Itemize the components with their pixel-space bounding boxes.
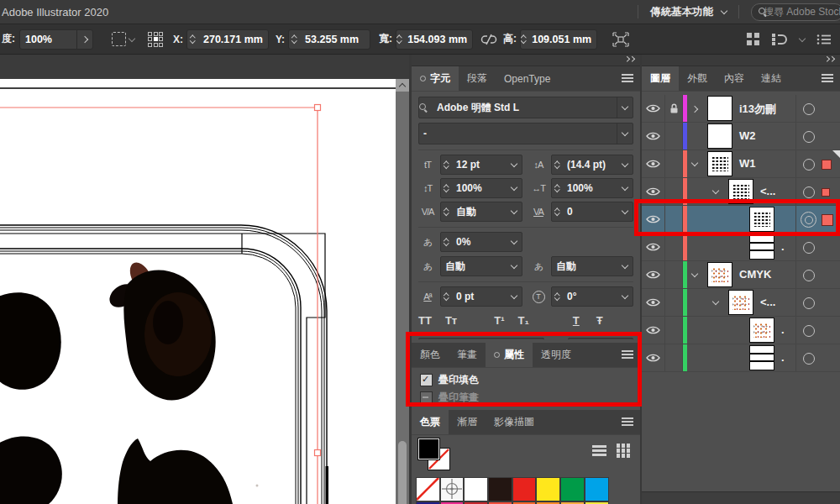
strikethrough-button[interactable]: Ŧ <box>596 314 603 327</box>
selection-indicator[interactable] <box>822 214 833 226</box>
collapse-layer-chevron-icon[interactable] <box>691 160 698 166</box>
horizontal-scale-field[interactable]: 100% <box>551 178 633 198</box>
lock-icon[interactable] <box>665 95 683 122</box>
adobe-stock-search-input[interactable]: 搜尋 Adobe Stock <box>751 3 840 21</box>
swatch-color[interactable] <box>488 501 512 504</box>
tab-layers[interactable]: 圖層 <box>642 66 679 91</box>
insert-space-right-select[interactable]: 自動 <box>551 256 633 276</box>
opacity-field[interactable]: 100% <box>19 29 93 50</box>
underline-button[interactable]: T <box>573 314 580 327</box>
layer-label[interactable]: . <box>781 323 785 336</box>
opacity-dropdown-button[interactable] <box>76 30 92 49</box>
insert-space-left-select[interactable]: 自動 <box>440 256 522 276</box>
bounding-box-options-icon[interactable] <box>112 32 134 46</box>
swatch-color[interactable] <box>464 501 488 504</box>
layer-thumbnail[interactable] <box>749 318 774 343</box>
width-stepper[interactable] <box>396 30 402 49</box>
stepper[interactable] <box>441 202 452 221</box>
layer-thumbnail[interactable] <box>728 290 753 315</box>
x-stepper[interactable] <box>187 30 198 49</box>
fill-stroke-chips[interactable] <box>418 438 455 472</box>
swatch-color[interactable] <box>440 501 465 504</box>
fill-chip-black[interactable] <box>418 438 439 459</box>
y-stepper[interactable] <box>289 30 300 49</box>
height-stepper[interactable] <box>521 30 527 49</box>
overprint-fill-checkbox[interactable] <box>420 374 433 386</box>
target-circle[interactable] <box>803 242 815 254</box>
panel-menu-icon[interactable] <box>622 74 633 82</box>
swatch-color[interactable] <box>585 477 609 501</box>
layer-label[interactable]: W1 <box>739 157 756 170</box>
tab-links[interactable]: 連結 <box>753 66 790 91</box>
layer-thumbnail[interactable] <box>707 123 732 149</box>
lock-toggle-empty[interactable] <box>665 123 683 150</box>
link-dimensions-icon[interactable] <box>480 33 498 46</box>
menu-list-icon[interactable] <box>816 34 832 45</box>
swatch-color[interactable] <box>512 477 537 501</box>
tracking-field[interactable]: 0 <box>551 202 633 222</box>
layer-thumbnail[interactable] <box>749 207 774 232</box>
reference-point-locator-icon[interactable] <box>148 32 163 47</box>
lock-toggle-empty[interactable] <box>665 206 683 233</box>
layer-label[interactable]: <... <box>760 296 775 308</box>
swatch-none[interactable] <box>416 477 440 501</box>
dock-panel-icon[interactable] <box>771 33 788 46</box>
layer-label[interactable]: . <box>781 240 785 253</box>
baseline-shift-field[interactable]: 0 pt <box>440 286 522 307</box>
target-circle[interactable] <box>803 103 815 115</box>
swatch-color[interactable] <box>512 501 537 504</box>
layer-row-1[interactable]: i13勿刪 <box>642 95 840 123</box>
layer-label[interactable]: W2 <box>739 129 756 142</box>
language-select[interactable]: 英語: 美國 <box>418 338 544 339</box>
eye-icon[interactable] <box>642 344 665 371</box>
target-circle[interactable] <box>803 131 815 143</box>
selection-indicator[interactable] <box>822 160 832 170</box>
font-style-select[interactable]: - <box>418 123 633 144</box>
subscript-button[interactable]: T₁ <box>517 314 528 327</box>
tab-contents[interactable]: 內容 <box>716 66 753 91</box>
target-circle[interactable] <box>803 297 815 309</box>
stepper[interactable] <box>441 287 452 306</box>
stepper[interactable] <box>552 287 563 306</box>
layer-thumbnail[interactable] <box>707 151 732 176</box>
layer-row-8[interactable]: <... <box>642 289 840 317</box>
tab-opentype[interactable]: OpenType <box>496 66 559 91</box>
target-circle[interactable] <box>803 325 815 337</box>
grid-view-icon[interactable] <box>617 444 631 458</box>
layer-row-10[interactable]: . <box>642 344 840 372</box>
panel-menu-icon[interactable] <box>822 74 833 82</box>
tab-stroke[interactable]: 筆畫 <box>449 343 486 367</box>
eye-icon[interactable] <box>642 123 665 150</box>
collapse-layer-chevron-icon[interactable] <box>691 270 698 277</box>
panel-menu-icon[interactable] <box>622 350 633 359</box>
vertical-scrollbar[interactable] <box>396 79 409 504</box>
stepper[interactable] <box>441 155 452 174</box>
font-size-field[interactable]: 12 pt <box>440 155 522 175</box>
eye-icon[interactable] <box>642 317 665 344</box>
chevron-down-icon[interactable] <box>799 34 806 41</box>
layer-label[interactable]: CMYK <box>739 268 771 281</box>
lock-toggle-empty[interactable] <box>665 289 683 316</box>
layer-thumbnail[interactable] <box>728 179 753 204</box>
layer-row-6[interactable]: . <box>642 234 840 261</box>
character-rotation-field[interactable]: 0° <box>551 286 633 307</box>
swatch-color[interactable] <box>560 501 585 504</box>
collapse-layer-chevron-icon[interactable] <box>712 298 719 305</box>
layer-thumbnail[interactable] <box>749 234 774 260</box>
swatch-color[interactable] <box>585 501 609 504</box>
layer-row-9[interactable]: . <box>642 317 840 344</box>
swatch-color[interactable] <box>536 477 560 501</box>
workspace-switcher[interactable]: 傳統基本功能 <box>650 5 727 19</box>
scroll-up-button[interactable] <box>396 79 409 92</box>
tab-swatches[interactable]: 色票 <box>412 410 449 434</box>
layer-row-4[interactable]: <... <box>642 178 840 206</box>
tab-color[interactable]: 顏色 <box>412 343 449 367</box>
lock-toggle-empty[interactable] <box>665 317 683 344</box>
tab-attributes[interactable]: 屬性 <box>486 343 533 367</box>
stepper[interactable] <box>552 155 563 174</box>
layer-label[interactable]: . <box>781 351 785 364</box>
tab-gradient[interactable]: 漸層 <box>449 410 486 434</box>
lock-toggle-empty[interactable] <box>665 261 683 288</box>
lock-toggle-empty[interactable] <box>665 150 683 177</box>
font-family-select[interactable]: Adobe 明體 Std L <box>418 97 633 118</box>
